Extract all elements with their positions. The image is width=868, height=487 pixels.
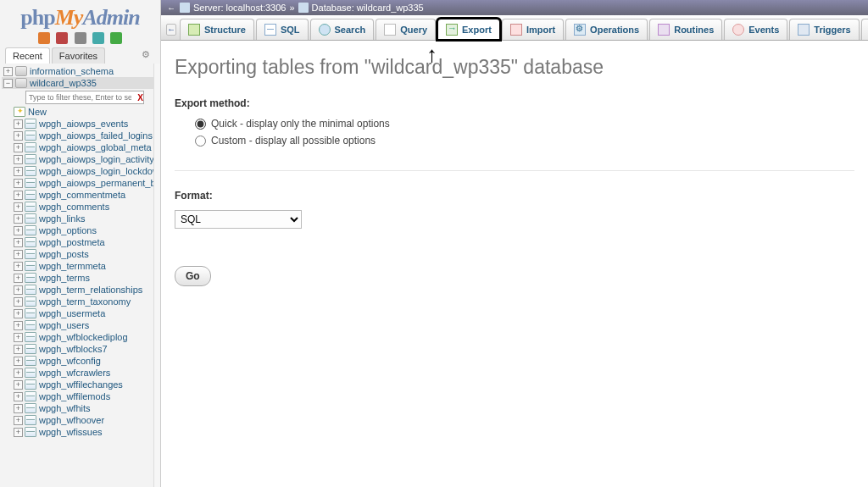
tab-nav-left-icon[interactable]: ← <box>166 24 176 36</box>
table-row[interactable]: +wpgh_wfhits <box>2 402 160 414</box>
table-row[interactable]: +wpgh_commentmeta <box>2 189 160 201</box>
tab-query[interactable]: Query <box>376 19 436 40</box>
go-button[interactable]: Go <box>175 266 211 286</box>
expand-icon[interactable]: + <box>14 404 23 413</box>
table-row[interactable]: +wpgh_wfcrawlers <box>2 367 160 379</box>
expand-icon[interactable]: + <box>14 285 23 295</box>
table-label[interactable]: wpgh_wffilechanges <box>39 379 123 390</box>
table-label[interactable]: wpgh_links <box>39 213 85 224</box>
table-row[interactable]: +wpgh_options <box>2 224 160 236</box>
table-label[interactable]: wpgh_aiowps_failed_logins <box>39 130 153 141</box>
tab-search[interactable]: Search <box>310 19 375 40</box>
expand-icon[interactable]: + <box>14 297 23 307</box>
expand-icon[interactable]: + <box>14 262 23 271</box>
tab-triggers[interactable]: Triggers <box>789 19 859 40</box>
table-row[interactable]: +wpgh_wfblocks7 <box>2 343 160 355</box>
table-row[interactable]: +wpgh_users <box>2 319 160 331</box>
table-row[interactable]: +wpgh_wffilemods <box>2 390 160 402</box>
table-label[interactable]: wpgh_terms <box>39 273 90 283</box>
table-row[interactable]: +wpgh_term_relationships <box>2 284 160 296</box>
expand-icon[interactable]: + <box>14 191 23 200</box>
expand-icon[interactable]: + <box>14 380 23 390</box>
sidebar-tab-favorites[interactable]: Favorites <box>52 47 105 64</box>
breadcrumb-database[interactable]: Database: wildcard_wp335 <box>312 3 424 13</box>
table-label[interactable]: wpgh_posts <box>39 249 89 259</box>
table-label[interactable]: wpgh_postmeta <box>39 237 105 247</box>
expand-icon[interactable]: + <box>14 250 23 259</box>
sidebar-tab-recent[interactable]: Recent <box>5 47 50 64</box>
table-label[interactable]: wpgh_aiowps_login_activity <box>39 154 154 164</box>
expand-icon[interactable]: + <box>14 416 23 425</box>
table-row[interactable]: +wpgh_links <box>2 213 160 224</box>
tab-export[interactable]: Export <box>437 19 500 40</box>
breadcrumb-server[interactable]: Server: localhost:3306 <box>193 3 286 13</box>
table-label[interactable]: wpgh_commentmeta <box>39 190 125 200</box>
expand-icon[interactable]: + <box>14 238 23 247</box>
table-label[interactable]: wpgh_aiowps_login_lockdown <box>39 166 160 176</box>
expand-icon[interactable]: + <box>14 226 23 235</box>
table-label[interactable]: wpgh_wfhits <box>39 403 91 413</box>
expand-icon[interactable]: + <box>14 368 23 378</box>
table-row[interactable]: +wpgh_wfconfig <box>2 355 160 367</box>
table-row[interactable]: +wpgh_wffilechanges <box>2 379 160 390</box>
radio-quick[interactable]: Quick - display only the minimal options <box>195 118 854 130</box>
expand-icon[interactable]: + <box>14 345 23 354</box>
tab-sql[interactable]: SQL <box>256 19 309 40</box>
settings-icon[interactable] <box>75 32 86 44</box>
table-row[interactable]: +wpgh_wfissues <box>2 426 160 438</box>
tab-designer[interactable]: Designer <box>861 19 868 40</box>
expand-icon[interactable]: + <box>14 131 23 141</box>
expand-icon[interactable]: + <box>14 274 23 283</box>
expand-icon[interactable]: + <box>14 309 23 318</box>
nav-left-icon[interactable]: ← <box>166 3 176 13</box>
expand-icon[interactable]: + <box>14 392 23 401</box>
table-label[interactable]: wpgh_termmeta <box>39 261 106 271</box>
expand-icon[interactable]: + <box>14 155 23 164</box>
phpmyadmin-logo[interactable]: phpMyAdmin <box>0 0 160 32</box>
table-label[interactable]: wpgh_wfconfig <box>39 356 101 366</box>
table-label[interactable]: wpgh_wfblockediplog <box>39 332 128 342</box>
expand-icon[interactable]: + <box>3 67 13 76</box>
expand-icon[interactable]: + <box>14 428 23 437</box>
radio-quick-input[interactable] <box>195 119 206 130</box>
table-row[interactable]: +wpgh_postmeta <box>2 236 160 248</box>
tab-operations[interactable]: Operations <box>565 19 648 40</box>
table-row[interactable]: +wpgh_terms <box>2 272 160 284</box>
table-row[interactable]: +wpgh_termmeta <box>2 260 160 272</box>
db-item[interactable]: − wildcard_wp335 <box>2 77 160 89</box>
table-row[interactable]: +wpgh_aiowps_global_meta <box>2 141 160 153</box>
table-row[interactable]: +wpgh_posts <box>2 248 160 260</box>
expand-icon[interactable]: + <box>14 202 23 212</box>
expand-icon[interactable]: + <box>14 357 23 366</box>
home-icon[interactable] <box>38 32 50 44</box>
table-label[interactable]: wpgh_wfblocks7 <box>39 344 108 354</box>
table-label[interactable]: wpgh_users <box>39 320 89 330</box>
table-row[interactable]: +wpgh_aiowps_failed_logins <box>2 130 160 141</box>
expand-icon[interactable]: + <box>14 167 23 176</box>
format-select[interactable]: SQL <box>175 210 302 229</box>
radio-custom-input[interactable] <box>195 136 206 147</box>
expand-icon[interactable]: + <box>14 321 23 330</box>
table-row[interactable]: +wpgh_wfblockediplog <box>2 331 160 343</box>
db-label[interactable]: wildcard_wp335 <box>30 78 97 88</box>
table-row[interactable]: +wpgh_aiowps_login_lockdown <box>2 165 160 177</box>
radio-custom[interactable]: Custom - display all possible options <box>195 135 854 147</box>
table-row[interactable]: +wpgh_wfhoover <box>2 414 160 426</box>
table-label[interactable]: wpgh_wfissues <box>39 427 103 437</box>
table-row[interactable]: +wpgh_comments <box>2 201 160 213</box>
table-row[interactable]: +wpgh_usermeta <box>2 307 160 319</box>
collapse-icon[interactable]: ⚙ <box>136 47 155 64</box>
collapse-icon[interactable]: − <box>3 79 13 88</box>
table-label[interactable]: wpgh_aiowps_global_meta <box>39 142 152 152</box>
table-label[interactable]: wpgh_wfhoover <box>39 415 104 425</box>
tab-structure[interactable]: Structure <box>180 19 254 40</box>
table-label[interactable]: wpgh_options <box>39 225 97 235</box>
filter-clear-icon[interactable]: X <box>137 93 143 102</box>
tab-events[interactable]: Events <box>724 19 787 40</box>
tab-routines[interactable]: Routines <box>649 19 722 40</box>
db-item[interactable]: + information_schema <box>2 65 160 77</box>
table-label[interactable]: wpgh_comments <box>39 202 109 212</box>
table-label[interactable]: wpgh_term_relationships <box>39 285 142 295</box>
expand-icon[interactable]: + <box>14 333 23 342</box>
table-row[interactable]: +wpgh_term_taxonomy <box>2 296 160 307</box>
